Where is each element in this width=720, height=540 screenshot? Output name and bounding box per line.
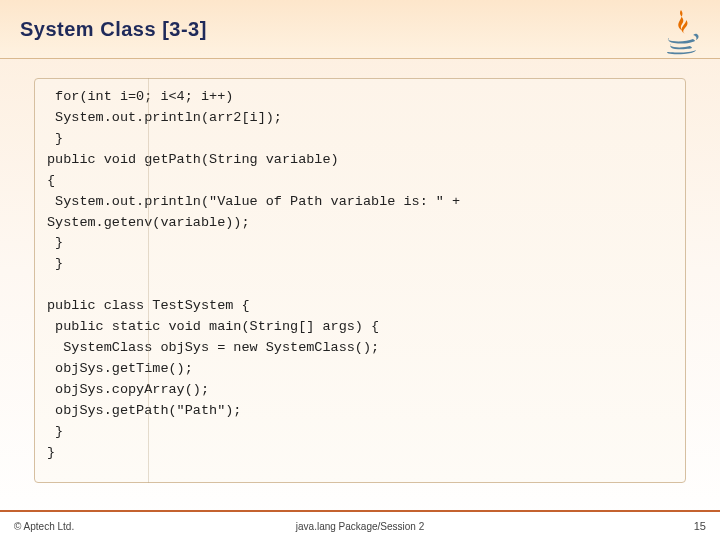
code-line: public static void main(String[] args) { [47, 319, 379, 334]
code-line: for(int i=0; i<4; i++) [47, 89, 233, 104]
code-line: { [47, 173, 55, 188]
code-line: } [47, 131, 63, 146]
code-line: System.out.println(arr2[i]); [47, 110, 282, 125]
code-line: SystemClass objSys = new SystemClass(); [47, 340, 379, 355]
code-line: objSys.copyArray(); [47, 382, 209, 397]
code-line: objSys.getPath("Path"); [47, 403, 241, 418]
code-block: for(int i=0; i<4; i++) System.out.printl… [34, 78, 686, 483]
footer: © Aptech Ltd. java.lang Package/Session … [0, 510, 720, 540]
footer-session: java.lang Package/Session 2 [296, 521, 424, 532]
code-line: objSys.getTime(); [47, 361, 193, 376]
code-line: System.out.println("Value of Path variab… [47, 194, 460, 209]
java-logo-icon [660, 6, 702, 58]
code-line: public void getPath(String variable) [47, 152, 339, 167]
vertical-guide [148, 78, 149, 483]
slide: System Class [3-3] for(int i=0; i<4; i++… [0, 0, 720, 540]
code-line: } [47, 424, 63, 439]
title-bar: System Class [3-3] [0, 0, 720, 59]
code-line: } [47, 256, 63, 271]
slide-title: System Class [3-3] [20, 18, 207, 41]
code-line: } [47, 235, 63, 250]
footer-copyright: © Aptech Ltd. [14, 521, 74, 532]
page-number: 15 [694, 520, 706, 532]
code-line: } [47, 445, 55, 460]
